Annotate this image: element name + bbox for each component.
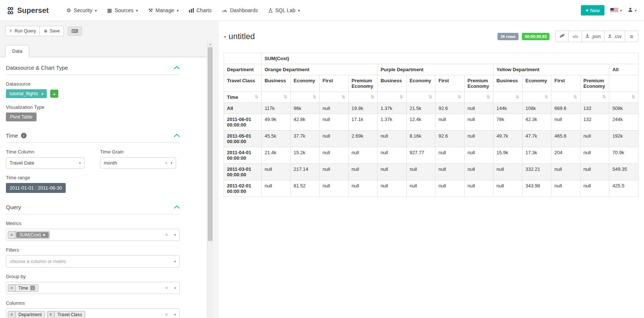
column-sort-header[interactable]: ⇅ (435, 92, 465, 103)
clear-icon[interactable]: × (165, 232, 168, 238)
nav-item-security[interactable]: ⚙Security▾ (61, 0, 102, 21)
chevron-down-icon: ▾ (79, 161, 81, 165)
tab-data[interactable]: Data (5, 45, 29, 57)
section-header-datasource[interactable]: Datasource & Chart Type (6, 65, 180, 75)
column-sort-header[interactable]: ⇅ (290, 92, 320, 103)
sort-icon[interactable]: ⇅ (544, 94, 548, 100)
groupby-tag-time[interactable]: × Time i (8, 284, 38, 292)
time-grain-select[interactable]: month × ▾ (100, 157, 176, 169)
nav-item-dashboards[interactable]: Dashboards (217, 0, 263, 21)
time-column-select[interactable]: Travel Date ▾ (6, 157, 85, 169)
export-json-button[interactable]: .json (582, 31, 604, 42)
column-sort-header[interactable]: ⇅ (378, 92, 407, 103)
column-sort-header[interactable]: ⇅ (464, 92, 493, 103)
sort-icon[interactable]: ⇅ (516, 94, 519, 100)
time-sort-header[interactable]: Time ⇅ (224, 92, 262, 103)
columns-select[interactable]: × Department × Travel Class (6, 308, 180, 318)
pivot-cell: 47.7k (522, 131, 551, 147)
clear-icon[interactable]: × (165, 160, 168, 166)
section-header-time[interactable]: Time i (6, 132, 180, 143)
nav-item-sql-lab[interactable]: SQL Lab▾ (263, 0, 305, 21)
language-selector[interactable]: ▾ (610, 8, 622, 13)
sort-icon[interactable]: ⇅ (486, 94, 490, 100)
save-button[interactable]: ⊕ Save (39, 26, 63, 36)
sort-icon[interactable]: ⇅ (283, 94, 287, 100)
sort-icon[interactable]: ⇅ (458, 94, 461, 100)
columns-tag-department[interactable]: × Department (8, 311, 45, 318)
remove-tag-icon[interactable]: × (8, 285, 16, 291)
sort-icon[interactable]: ⇅ (313, 94, 316, 100)
add-datasource-button[interactable]: + (50, 90, 58, 98)
export-csv-button[interactable]: .csv (604, 31, 625, 42)
travel-class-header: Business (493, 75, 523, 92)
columns-tag-travel-class[interactable]: × Travel Class (47, 311, 85, 318)
travel-class-header: Premium Economy (580, 75, 609, 92)
group-by-select[interactable]: × Time i × ▾ (6, 282, 180, 294)
keyboard-shortcuts-button[interactable]: ⌨ (68, 27, 82, 36)
metric-tag[interactable]: × SUM(Cost) ▶ (8, 231, 50, 239)
time-column-label: Time Column (6, 149, 85, 155)
pivot-cell: null (348, 180, 378, 197)
column-sort-header[interactable]: ⇅ (493, 92, 523, 103)
column-sort-header[interactable]: ⇅ (580, 92, 609, 103)
pivot-cell: 92.6 (435, 131, 465, 147)
viz-type-select[interactable]: Pivot Table (6, 113, 37, 121)
sort-icon[interactable]: ⇅ (631, 94, 635, 100)
column-sort-header[interactable]: ⇅ (551, 92, 581, 103)
new-button[interactable]: + New (581, 5, 605, 15)
column-sort-header[interactable]: ⇅ (609, 92, 638, 103)
pivot-cell: 49.7k (493, 131, 523, 147)
sort-icon[interactable]: ⇅ (602, 94, 606, 100)
pivot-cell: 332.21 (522, 164, 551, 180)
sort-icon[interactable]: ⇅ (574, 94, 577, 100)
panel-tabbar: Data (0, 45, 207, 57)
filters-select[interactable]: choose a column or metric ▾ (6, 255, 180, 267)
pivot-cell: 244k (609, 114, 638, 131)
clear-icon[interactable]: × (165, 285, 168, 291)
info-icon: i (21, 133, 27, 138)
sort-icon[interactable]: ⇅ (428, 94, 432, 100)
time-range-button[interactable]: 2011-01-01 : 2011-06-30 (6, 183, 66, 193)
pivot-cell: 37.7k (290, 131, 320, 147)
pivot-cell: null (580, 131, 609, 147)
metrics-select[interactable]: × SUM(Cost) ▶ × ▾ (6, 229, 180, 241)
chart-container: - untitled 26 rows 00:00:00.93 </> (219, 21, 644, 318)
remove-tag-icon[interactable]: × (8, 311, 16, 318)
column-sort-header[interactable]: ⇅ (262, 92, 291, 103)
column-sort-header[interactable]: ⇅ (406, 92, 435, 103)
section-header-query[interactable]: Query (6, 204, 180, 214)
pivot-row: 2011-04-01 00:00:0021.4k15.2knullnullnul… (224, 147, 638, 164)
filters-label: Filters (6, 247, 180, 253)
nav-item-sources[interactable]: ▦Sources▾ (102, 0, 143, 21)
datasource-select[interactable]: tutorial_flights ▾ (6, 89, 47, 98)
plus-icon: + (53, 91, 56, 97)
brand[interactable]: ∞ ∞ Superset (7, 6, 49, 15)
scrollbar-thumb[interactable] (208, 47, 213, 241)
pivot-cell: null (262, 164, 291, 180)
column-sort-header[interactable]: ⇅ (320, 92, 349, 103)
user-menu[interactable]: ▾ (628, 7, 637, 14)
column-sort-header[interactable]: ⇅ (348, 92, 378, 103)
share-link-button[interactable] (555, 31, 569, 42)
clear-icon[interactable]: × (165, 312, 168, 317)
view-query-button[interactable]: </> (568, 31, 582, 42)
column-sort-header[interactable]: ⇅ (522, 92, 551, 103)
sort-icon[interactable]: ⇅ (255, 94, 258, 100)
nav-item-manage[interactable]: ⚒Manage▾ (143, 0, 184, 21)
travel-class-header: First (435, 75, 465, 92)
travel-class-header: Economy (522, 75, 551, 92)
sort-icon[interactable]: ⇅ (342, 94, 345, 100)
sort-icon[interactable]: ⇅ (400, 94, 403, 100)
remove-metric-icon[interactable]: × (8, 231, 16, 239)
panel-scrollbar[interactable]: ▲ (207, 41, 213, 318)
nav-item-charts[interactable]: Charts (184, 0, 217, 21)
pivot-cell: null (262, 180, 291, 197)
remove-tag-icon[interactable]: × (47, 311, 55, 318)
metric-header: SUM(Cost) (262, 53, 638, 64)
pivot-cell: null (435, 147, 465, 164)
chart-header: - untitled 26 rows 00:00:00.93 </> (224, 31, 638, 42)
chart-title[interactable]: - untitled (224, 32, 255, 41)
sort-icon[interactable]: ⇅ (371, 94, 374, 100)
table-options-button[interactable]: ≡ (625, 31, 638, 42)
run-query-button[interactable]: ⚡ Run Query (5, 26, 40, 36)
